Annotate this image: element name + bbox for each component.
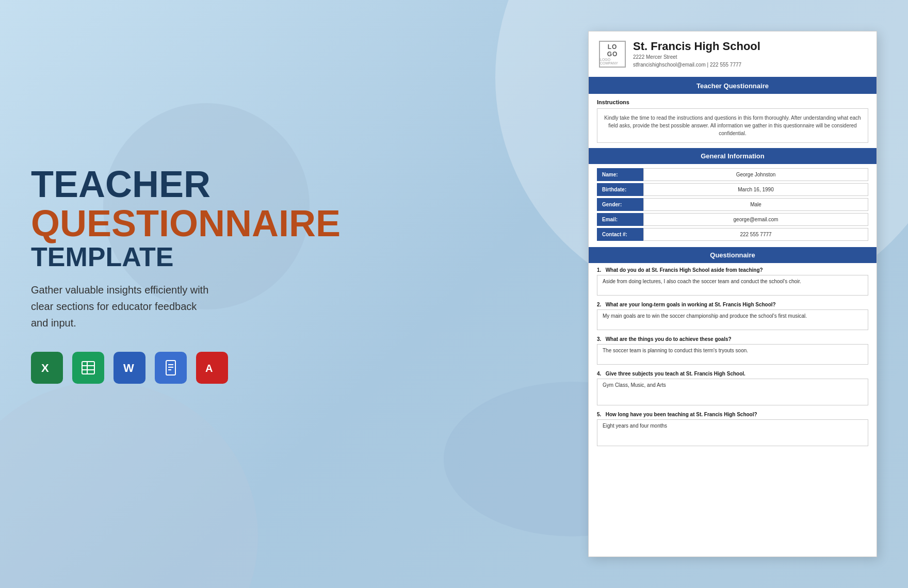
left-panel: TEACHER QUESTIONNAIRE TEMPLATE Gather va… (31, 165, 330, 384)
value-email: george@email.com (643, 213, 868, 226)
value-contact: 222 555 7777 (643, 228, 868, 241)
answer-2: My main goals are to win the soccer cham… (597, 309, 868, 330)
question-4: 4. Give three subjects you teach at St. … (597, 371, 868, 405)
question-4-text: 4. Give three subjects you teach at St. … (597, 371, 868, 377)
question-3-text: 3. What are the things you do to achieve… (597, 336, 868, 342)
value-gender: Male (643, 198, 868, 211)
title-line2: QUESTIONNAIRE (31, 204, 330, 243)
school-contact: stfrancishighschool@email.com | 222 555 … (633, 61, 760, 69)
question-3: 3. What are the things you do to achieve… (597, 336, 868, 365)
subtitle: Gather valuable insights efficiently wit… (31, 282, 330, 331)
answer-5: Eight years and four months (597, 419, 868, 446)
school-logo: LO GO LOGO COMPANY (599, 41, 626, 68)
doc-header: LO GO LOGO COMPANY St. Francis High Scho… (589, 31, 877, 78)
label-contact: Contact #: (597, 228, 643, 241)
label-name: Name: (597, 168, 643, 181)
answer-4: Gym Class, Music, and Arts (597, 379, 868, 405)
school-address: 2222 Mercer Street (633, 53, 760, 61)
question-2: 2. What are your long-term goals in work… (597, 302, 868, 330)
svg-rect-1 (82, 362, 94, 374)
title-line3: TEMPLATE (31, 243, 330, 271)
school-name: St. Francis High School (633, 40, 760, 53)
title-line1: TEACHER (31, 165, 330, 204)
docs-icon (155, 352, 187, 384)
sheets-icon (72, 352, 104, 384)
word-icon: W (113, 352, 145, 384)
bg-shape-2 (0, 382, 258, 588)
value-birthdate: March 16, 1990 (643, 183, 868, 196)
info-row-email: Email: george@email.com (597, 213, 868, 226)
main-title: TEACHER QUESTIONNAIRE TEMPLATE (31, 165, 330, 271)
question-1: 1. What do you do at St. Francis High Sc… (597, 267, 868, 296)
general-info-fields: Name: George Johnston Birthdate: March 1… (589, 164, 877, 247)
question-5-text: 5. How long have you been teaching at St… (597, 412, 868, 417)
instructions-text: Kindly take the time to read the instruc… (597, 108, 868, 143)
logo-bottom: LOGO COMPANY (600, 58, 625, 65)
excel-icon: X (31, 352, 63, 384)
info-row-name: Name: George Johnston (597, 168, 868, 181)
svg-text:W: W (123, 362, 134, 374)
instructions-title: Instructions (597, 99, 868, 105)
questionnaire-section: 1. What do you do at St. Francis High Sc… (589, 263, 877, 456)
answer-1: Aside from doing lectures, I also coach … (597, 275, 868, 296)
questionnaire-header: Questionnaire (589, 247, 877, 263)
general-info-header: General Information (589, 148, 877, 164)
logo-top: LO (608, 43, 618, 51)
pdf-icon: A (196, 352, 228, 384)
school-info: St. Francis High School 2222 Mercer Stre… (633, 40, 760, 69)
label-gender: Gender: (597, 198, 643, 211)
form-title: Teacher Questionnaire (589, 78, 877, 94)
answer-3: The soccer team is planning to conduct t… (597, 344, 868, 365)
info-row-birthdate: Birthdate: March 16, 1990 (597, 183, 868, 196)
question-5: 5. How long have you been teaching at St… (597, 412, 868, 446)
svg-text:A: A (205, 363, 213, 374)
label-email: Email: (597, 213, 643, 226)
app-icons: X W A (31, 352, 330, 384)
question-1-text: 1. What do you do at St. Francis High Sc… (597, 267, 868, 273)
info-row-gender: Gender: Male (597, 198, 868, 211)
question-2-text: 2. What are your long-term goals in work… (597, 302, 868, 307)
document-panel: LO GO LOGO COMPANY St. Francis High Scho… (588, 31, 877, 557)
info-row-contact: Contact #: 222 555 7777 (597, 228, 868, 241)
svg-text:X: X (41, 362, 49, 374)
logo-mid: GO (607, 51, 618, 58)
instructions-section: Instructions Kindly take the time to rea… (589, 94, 877, 148)
value-name: George Johnston (643, 168, 868, 181)
label-birthdate: Birthdate: (597, 183, 643, 196)
